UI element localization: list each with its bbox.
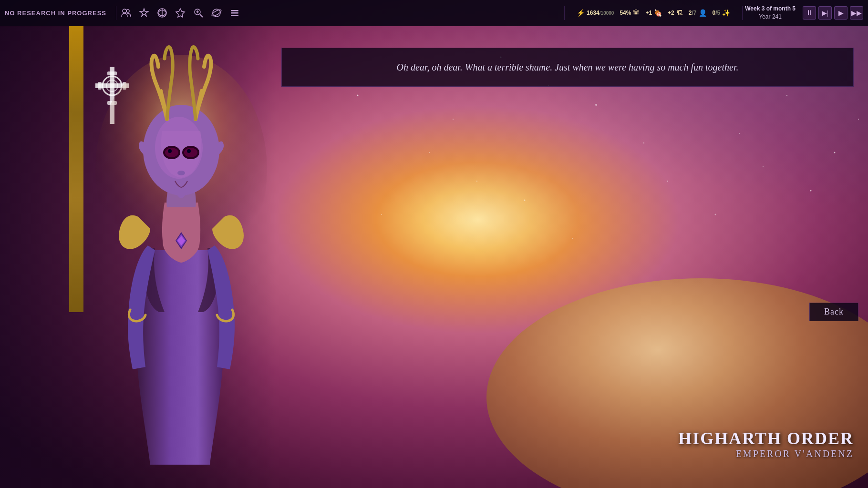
svg-point-5	[595, 104, 597, 106]
influence-value: 0/5	[713, 10, 721, 16]
svg-point-40	[126, 10, 129, 12]
character-panel	[0, 26, 277, 488]
production-icon: 🏗	[676, 9, 683, 17]
resource-production: +2 🏗	[668, 9, 683, 17]
svg-point-20	[858, 119, 859, 120]
resource-influence: 0/5 ✨	[713, 9, 731, 17]
svg-point-10	[834, 152, 836, 153]
research-status: NO RESEARCH IN PROGRESS	[5, 10, 106, 17]
svg-rect-50	[231, 10, 238, 11]
approval-icon: 🏛	[633, 9, 640, 17]
hud-separator-1	[116, 6, 116, 20]
svg-point-13	[524, 200, 526, 201]
svg-point-8	[739, 133, 740, 134]
hud-bar: NO RESEARCH IN PROGRESS	[0, 0, 868, 26]
hud-separator-3	[742, 6, 743, 20]
menu-icon[interactable]	[227, 6, 242, 20]
svg-marker-41	[140, 9, 148, 16]
hud-icon-group	[119, 6, 562, 20]
svg-point-12	[476, 181, 477, 182]
resource-population: 2/7 👤	[689, 9, 707, 17]
dialogue-text: Oh dear, oh dear. What a terrible shame.…	[299, 60, 837, 74]
svg-point-37	[187, 149, 191, 153]
faction-info: HIGHARTH ORDER EMPEROR V'ANDENZ	[678, 428, 854, 459]
resource-approval: 54% 🏛	[620, 9, 640, 17]
food-value: +1	[645, 10, 652, 16]
resource-energy: ⚡ 1634/10000	[577, 9, 614, 17]
svg-rect-51	[231, 12, 238, 14]
diplomacy-icon[interactable]	[155, 6, 169, 20]
faction-name: HIGHARTH ORDER	[678, 428, 854, 448]
fast-forward-button[interactable]: ▶▶	[850, 6, 863, 20]
dialogue-box: Oh dear, oh dear. What a terrible shame.…	[281, 48, 854, 87]
svg-point-11	[429, 152, 430, 153]
faction-leader: EMPEROR V'ANDENZ	[678, 448, 854, 459]
svg-point-48	[213, 9, 220, 17]
svg-point-2	[453, 119, 454, 120]
production-value: +2	[668, 10, 674, 16]
pop-icon: 👤	[699, 9, 707, 17]
pause-button[interactable]: ⏸	[803, 6, 816, 20]
character-alien	[76, 36, 277, 488]
date-week: Week 3 of month 5	[745, 5, 796, 13]
back-button[interactable]: Back	[809, 303, 858, 321]
svg-point-49	[211, 9, 222, 17]
svg-point-18	[572, 238, 573, 239]
play-button[interactable]: ▶	[834, 6, 847, 20]
svg-point-38	[177, 171, 185, 175]
resource-food: +1 🍖	[645, 9, 662, 17]
planet-icon[interactable]	[209, 6, 224, 20]
svg-point-6	[643, 142, 644, 143]
svg-point-36	[168, 149, 172, 153]
date-display: Week 3 of month 5 Year 241	[745, 5, 796, 21]
svg-line-45	[200, 14, 203, 17]
population-icon[interactable]	[119, 6, 133, 20]
energy-value: 1634/10000	[587, 10, 614, 16]
step-button[interactable]: ▶|	[818, 6, 832, 20]
svg-point-14	[667, 181, 668, 182]
svg-point-9	[786, 95, 787, 96]
svg-point-16	[810, 190, 812, 192]
date-year: Year 241	[745, 13, 796, 21]
food-icon: 🍖	[654, 9, 662, 17]
research-icon[interactable]	[137, 6, 151, 20]
svg-point-0	[357, 95, 359, 96]
svg-point-15	[763, 166, 764, 167]
hud-resources: ⚡ 1634/10000 54% 🏛 +1 🍖 +2 🏗 2/7 👤 0/5	[577, 9, 730, 17]
military-icon[interactable]	[173, 6, 187, 20]
population-value: 2/7	[689, 10, 697, 16]
svg-point-17	[381, 214, 382, 215]
hud-separator-2	[564, 6, 565, 20]
svg-point-35	[184, 148, 197, 157]
svg-point-39	[123, 9, 126, 13]
svg-point-34	[165, 148, 178, 157]
svg-point-19	[715, 214, 716, 215]
approval-value: 54%	[620, 10, 631, 16]
energy-icon: ⚡	[577, 9, 585, 17]
svg-rect-52	[231, 15, 238, 16]
zoom-icon[interactable]	[191, 6, 206, 20]
influence-icon: ✨	[722, 9, 730, 17]
hud-controls: ⏸ ▶| ▶ ▶▶	[803, 6, 863, 20]
